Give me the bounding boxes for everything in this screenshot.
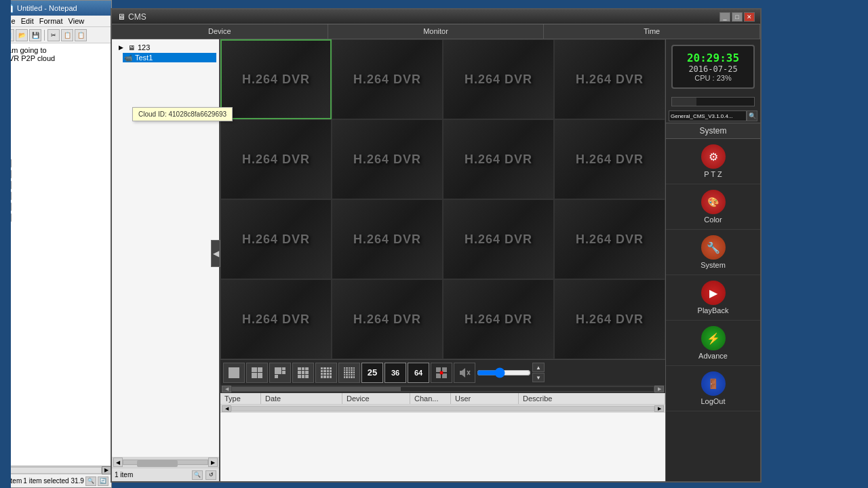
notepad-line1: I am going to [3,46,108,54]
maximize-button[interactable]: □ [732,12,743,22]
playback-icon-circle: ▶ [701,281,726,305]
system-section-title: System [666,123,760,139]
log-table: Type Date Device Chan... User Describe ◀ [220,393,665,481]
menu-format[interactable]: Format [39,17,63,25]
color-menu-item[interactable]: 🎨 Color [666,184,760,230]
log-scroll-right[interactable]: ▶ [654,405,664,412]
cms-title-icon: 🖥 [117,12,125,22]
layout-36-num-btn[interactable]: 36 [384,363,406,383]
status-count: 1 item [115,471,133,479]
layout-6-btn[interactable] [269,363,291,383]
logout-menu-item[interactable]: 🚪 LogOut [666,366,760,411]
volume-slider[interactable] [477,367,531,378]
ptz-menu-item[interactable]: ⚙ P T Z [666,139,760,184]
menu-edit[interactable]: Edit [21,17,34,25]
log-scroll-left[interactable]: ◀ [222,405,231,412]
video-cell-4[interactable]: H.264 DVR [554,39,665,119]
cms-search-input[interactable] [669,110,747,121]
minimize-button[interactable]: _ [719,12,730,22]
video-label-11: H.264 DVR [465,232,532,247]
scroll-right-btn[interactable]: ▶ [208,458,218,467]
tooltip-text: Cloud ID: 41028c8fa6629693 [138,110,226,118]
layout-1-btn[interactable] [223,363,245,383]
video-cell-13[interactable]: H.264 DVR [220,279,332,359]
video-cell-10[interactable]: H.264 DVR [332,199,443,279]
refresh-btn[interactable]: 🔄 [98,476,108,486]
notepad-toolbar: 📄 📂 💾 ✂ 📋 📋 [1,27,111,43]
video-cell-8[interactable]: H.264 DVR [554,119,665,199]
x-icon [435,366,448,380]
advance-icon: ⚡ [701,326,726,350]
toolbar-save-btn[interactable]: 💾 [29,29,41,41]
close-button[interactable]: ✕ [744,12,755,22]
scroll-left-btn[interactable]: ◀ [113,458,123,467]
video-cell-9[interactable]: H.264 DVR [220,199,332,279]
scroll-up-btn[interactable]: ▲ [532,363,545,372]
toolbar-cut-btn[interactable]: ✂ [47,29,60,41]
toolbar-copy-btn[interactable]: 📋 [61,29,73,41]
cms-body: ▶ 🖥 123 📹 Test1 Cloud ID: 41028c8fa66296… [112,39,760,481]
tree-item-test1[interactable]: 📹 Test1 [123,53,216,62]
hscroll-thumb [232,387,401,391]
right-search-area: 🔍 [669,110,757,121]
layout-4-btn[interactable] [246,363,268,383]
video-cell-2[interactable]: H.264 DVR [332,39,443,119]
scroll-arrows-col: ▲ ▼ [532,363,545,382]
video-cell-1[interactable]: H.264 DVR [220,39,332,119]
close-all-btn[interactable] [431,363,452,383]
scroll-right[interactable]: ▶ [102,466,111,474]
tree-item-123[interactable]: ▶ 🖥 123 [115,42,216,53]
video-label-3: H.264 DVR [465,73,532,87]
video-cell-6[interactable]: H.264 DVR [332,119,443,199]
notepad-hscroll[interactable]: ◀ ▶ [1,466,111,474]
video-cell-11[interactable]: H.264 DVR [443,199,554,279]
log-col-device: Device [342,393,410,404]
layout-64-num-btn[interactable]: 64 [408,363,429,383]
layout-9-btn[interactable] [292,363,314,383]
hscroll-left[interactable]: ◀ [222,386,231,392]
monitor-and-right: H.264 DVR H.264 DVR H.264 DVR H.264 DVR [220,39,760,481]
video-cell-3[interactable]: H.264 DVR [443,39,554,119]
cms-title-text: CMS [128,12,146,22]
video-cell-14[interactable]: H.264 DVR [332,279,443,359]
advance-menu-item[interactable]: ⚡ Advance [666,321,760,366]
svg-rect-1 [442,367,447,372]
menu-view[interactable]: View [68,17,85,25]
system-label: System [701,261,726,269]
color-icon: 🎨 [701,190,726,214]
windows-sidebar [0,0,11,488]
grid-9-icon [298,367,309,378]
grid-1-icon [229,367,239,378]
video-label-4: H.264 DVR [576,73,644,87]
find-btn[interactable]: 🔍 [192,470,203,480]
video-cell-15[interactable]: H.264 DVR [443,279,554,359]
collapse-panel-btn[interactable]: ◀ [211,240,220,267]
mute-btn[interactable] [454,363,475,383]
video-label-9: H.264 DVR [242,232,310,247]
video-cell-7[interactable]: H.264 DVR [443,119,554,199]
video-cell-16[interactable]: H.264 DVR [554,279,665,359]
grid-4-icon [252,367,262,378]
search-btn[interactable]: 🔍 [85,476,96,486]
time-display: 20:29:35 2016-07-25 CPU : 23% [671,45,755,89]
logout-label: LogOut [701,397,725,405]
svg-rect-2 [436,373,441,378]
hscroll-right[interactable]: ▶ [654,386,664,392]
video-cell-5[interactable]: H.264 DVR [220,119,332,199]
playback-menu-item[interactable]: ▶ PlayBack [666,275,760,321]
video-cell-12[interactable]: H.264 DVR [554,199,665,279]
advance-icon-circle: ⚡ [701,326,726,350]
system-menu-item[interactable]: 🔧 System [666,230,760,275]
reload-btn[interactable]: ↺ [205,470,216,480]
toolbar-paste-btn[interactable]: 📋 [75,29,87,41]
status-selected: 1 item selected 31.9 [23,477,84,485]
scroll-down-btn[interactable]: ▼ [532,373,545,382]
layout-16-btn[interactable] [315,363,337,383]
system-icon: 🔧 [701,235,726,260]
layout-25-num-btn[interactable]: 25 [361,363,383,383]
layout-25-btn[interactable] [338,363,360,383]
toolbar-open-btn[interactable]: 📂 [16,29,28,41]
monitor-toolbar: 25 36 64 [220,359,665,385]
ptz-icon-circle: ⚙ [701,144,726,169]
search-icon[interactable]: 🔍 [747,110,757,121]
